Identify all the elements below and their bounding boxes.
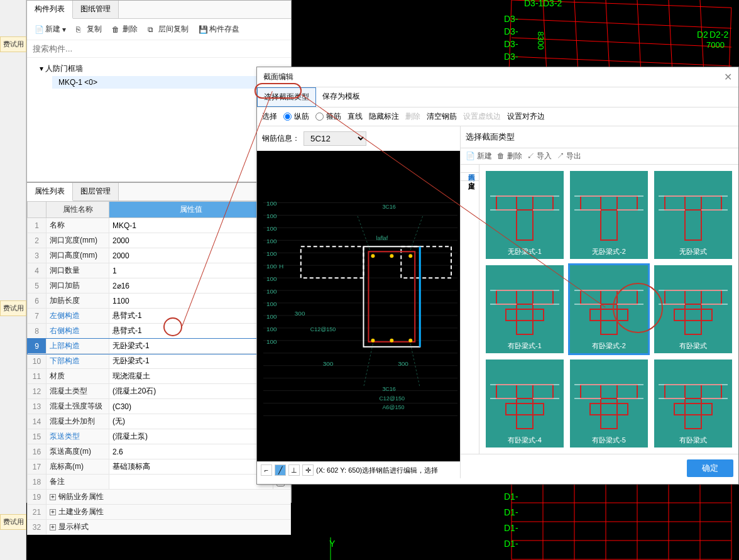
- table-row[interactable]: 2洞口宽度(mm)2000: [28, 233, 291, 248]
- new-button[interactable]: 📄新建 ▾: [31, 22, 70, 36]
- tree-root[interactable]: ▾ 人防门框墙: [33, 62, 285, 76]
- status-icon[interactable]: ⊥: [288, 464, 300, 476]
- section-card[interactable]: 有卧梁式: [654, 360, 732, 447]
- delete-button[interactable]: 🗑删除: [108, 22, 141, 36]
- svg-point-78: [408, 339, 412, 343]
- section-canvas[interactable]: 100 100 100 100 100 100 100 100 100 100 …: [257, 151, 460, 461]
- tree-child[interactable]: MKQ-1 <0>: [52, 76, 285, 89]
- radio-long-input[interactable]: [283, 113, 292, 121]
- ok-button[interactable]: 确定: [687, 459, 733, 477]
- table-row[interactable]: 3洞口高度(mm)2000: [28, 248, 291, 263]
- dialog-titlebar[interactable]: 截面编辑 ✕: [257, 67, 738, 87]
- svg-rect-115: [601, 290, 617, 334]
- tab-layer-mgmt[interactable]: 图层管理: [73, 183, 119, 200]
- status-icon[interactable]: ╱: [275, 464, 286, 476]
- table-row[interactable]: 7左侧构造悬臂式-1: [28, 309, 291, 324]
- svg-text:3C16: 3C16: [382, 386, 395, 392]
- section-card[interactable]: 无卧梁式-2: [570, 171, 648, 259]
- svg-text:3C16: 3C16: [382, 204, 395, 210]
- table-row[interactable]: 4洞口数量1: [28, 263, 291, 278]
- table-row[interactable]: 16泵送高度(m)2.6: [28, 444, 291, 459]
- rebar-select[interactable]: 5C12: [304, 131, 366, 146]
- svg-rect-132: [581, 385, 637, 398]
- table-group-row[interactable]: 32+显示样式: [28, 520, 291, 535]
- table-row[interactable]: 14混凝土外加剂(无): [28, 414, 291, 429]
- save-icon: 💾: [199, 25, 207, 34]
- svg-rect-114: [581, 290, 637, 304]
- rt-delete[interactable]: 🗑 删除: [497, 151, 522, 162]
- table-row[interactable]: 18备注: [28, 475, 291, 490]
- section-card[interactable]: 有卧梁式-5: [570, 360, 648, 447]
- tool-setalign[interactable]: 设置对齐边: [507, 111, 545, 122]
- table-row[interactable]: 6加筋长度1100: [28, 294, 291, 309]
- trial-tag[interactable]: 费试用: [0, 514, 26, 530]
- section-card[interactable]: 有卧梁式: [654, 265, 732, 353]
- status-icon[interactable]: ✛: [302, 464, 314, 476]
- status-text: (X: 602 Y: 650)选择钢筋进行编辑，选择: [316, 466, 438, 475]
- section-card[interactable]: 有卧梁式-1: [486, 265, 564, 353]
- table-row[interactable]: 1名称MKQ-1: [28, 218, 291, 233]
- trial-tag[interactable]: 费试用: [0, 36, 26, 52]
- radio-stirrup[interactable]: 箍筋: [315, 111, 341, 122]
- svg-text:D1-: D1-: [504, 507, 518, 517]
- search-row: [27, 40, 291, 58]
- svg-rect-126: [496, 385, 553, 398]
- svg-rect-94: [517, 196, 533, 240]
- svg-text:D1-: D1-: [504, 491, 518, 502]
- copy-button[interactable]: ⎘复制: [72, 22, 106, 36]
- table-row[interactable]: 12混凝土类型(混凝土20石): [28, 384, 291, 399]
- tool-line[interactable]: 直线: [348, 111, 363, 122]
- cards-grid: 无卧梁式-1 无卧梁式-2 无卧梁式 有卧梁式-1 有卧梁式-2 有卧梁式: [479, 165, 738, 454]
- table-row[interactable]: 9上部构造无卧梁式-1: [28, 339, 291, 354]
- section-card[interactable]: 有卧梁式-4: [486, 360, 564, 447]
- section-card[interactable]: 无卧梁式: [654, 171, 732, 259]
- status-icon[interactable]: ⌐: [261, 464, 272, 476]
- close-icon[interactable]: ✕: [724, 71, 732, 83]
- tab-drawing-mgmt[interactable]: 图纸管理: [73, 1, 119, 18]
- property-tabs: 属性列表 图层管理: [27, 183, 291, 201]
- table-row[interactable]: 17底标高(m)基础顶标高: [28, 459, 291, 475]
- svg-text:D1-: D1-: [504, 523, 518, 533]
- save-button[interactable]: 💾构件存盘: [195, 22, 243, 36]
- svg-text:100: 100: [266, 200, 277, 207]
- tab-property-list[interactable]: 属性列表: [27, 183, 73, 201]
- tab-component-list[interactable]: 构件列表: [27, 1, 73, 19]
- svg-line-90: [410, 215, 423, 250]
- svg-text:100: 100: [266, 326, 277, 332]
- panel-tabs: 构件列表 图纸管理: [27, 1, 291, 19]
- table-row[interactable]: 8右侧构造悬臂式-1: [28, 324, 291, 339]
- tool-hide[interactable]: 隐藏标注: [369, 111, 399, 122]
- svg-text:H: H: [279, 263, 283, 270]
- search-input[interactable]: [31, 42, 287, 55]
- svg-rect-108: [496, 290, 553, 304]
- rt-import[interactable]: ↙ 导入: [527, 151, 552, 162]
- component-panel: 构件列表 图纸管理 📄新建 ▾ ⎘复制 🗑删除 ⧉层间复制 💾构件存盘 ▾ 人防…: [26, 0, 292, 182]
- section-card[interactable]: 有卧梁式-2: [570, 265, 648, 353]
- tool-clear[interactable]: 清空钢筋: [427, 111, 457, 122]
- trial-tag[interactable]: 费试用: [0, 300, 26, 316]
- table-row[interactable]: 11材质现浇混凝土: [28, 369, 291, 384]
- table-row[interactable]: 5洞口加筋2⌀16: [28, 278, 291, 294]
- layer-copy-button[interactable]: ⧉层间复制: [144, 22, 192, 36]
- svg-text:100: 100: [266, 300, 277, 307]
- tool-select[interactable]: 选择: [262, 111, 277, 122]
- svg-point-73: [371, 254, 375, 258]
- side-tab-custom[interactable]: 自定义库: [461, 173, 479, 181]
- rt-new[interactable]: 📄 新建: [466, 151, 492, 162]
- rt-export[interactable]: ↗ 导出: [557, 151, 581, 162]
- table-row[interactable]: 10下部构造无卧梁式-1: [28, 354, 291, 369]
- table-row[interactable]: 15泵送类型(混凝土泵): [28, 429, 291, 444]
- radio-long[interactable]: 纵筋: [283, 111, 309, 122]
- left-sidebar: 费试用 费试用 费试用: [0, 0, 26, 560]
- section-card[interactable]: 无卧梁式-1: [486, 171, 564, 259]
- svg-rect-103: [665, 196, 721, 210]
- svg-rect-128: [506, 404, 544, 415]
- side-tab-system[interactable]: 系统内置: [461, 165, 479, 173]
- component-tree: ▾ 人防门框墙 MKQ-1 <0>: [27, 58, 291, 92]
- tab-select-section[interactable]: 选择截面类型: [257, 87, 316, 107]
- radio-stirrup-input[interactable]: [315, 113, 324, 121]
- table-group-row[interactable]: 21+土建业务属性: [28, 505, 291, 520]
- table-row[interactable]: 13混凝土强度等级(C30): [28, 399, 291, 414]
- table-group-row[interactable]: 19+钢筋业务属性: [28, 490, 291, 505]
- tab-save-template[interactable]: 保存为模板: [316, 87, 366, 107]
